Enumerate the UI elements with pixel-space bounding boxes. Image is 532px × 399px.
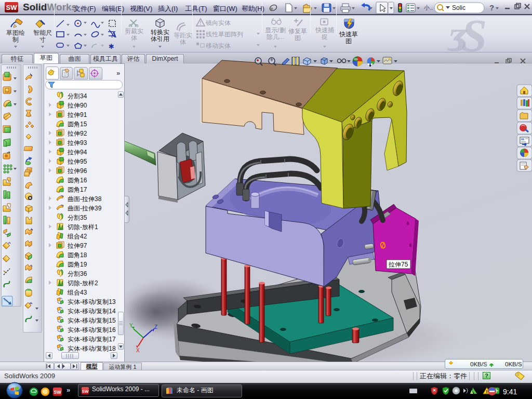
svg-text:?: ? [489, 3, 494, 12]
svg-text:SW: SW [54, 390, 61, 395]
svg-text:Z: Z [154, 324, 157, 330]
svg-text:A: A [111, 31, 117, 39]
svg-text:»: » [116, 69, 120, 77]
svg-text:0KB/S: 0KB/S [470, 361, 487, 367]
svg-text:!: ! [200, 20, 201, 26]
svg-text:拉伸75: 拉伸75 [388, 261, 408, 268]
svg-text:✱: ✱ [109, 43, 114, 50]
svg-text:小..: 小.. [423, 5, 433, 11]
svg-text:X: X [136, 348, 140, 353]
svg-text:SW: SW [82, 389, 89, 394]
svg-text:SW: SW [6, 4, 18, 11]
svg-text:»: » [66, 387, 70, 394]
svg-text:Y: Y [129, 323, 133, 328]
svg-text:0KB/S: 0KB/S [505, 361, 522, 367]
